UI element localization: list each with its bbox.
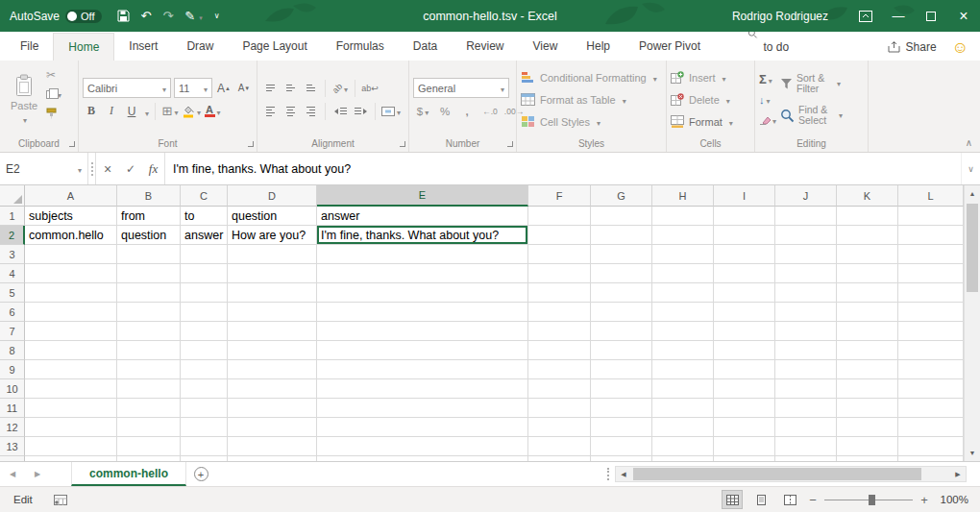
page-layout-view-button[interactable] xyxy=(750,490,772,509)
cell-H7[interactable] xyxy=(652,322,714,341)
increase-decimal-button[interactable]: ←.0 xyxy=(479,102,501,120)
bold-button[interactable]: B xyxy=(83,102,100,120)
cell-K4[interactable] xyxy=(837,264,898,283)
close-button[interactable]: × xyxy=(947,0,980,32)
cell-J4[interactable] xyxy=(775,264,837,283)
column-header-D[interactable]: D xyxy=(228,185,317,207)
row-header-4[interactable]: 4 xyxy=(0,264,25,283)
cell-I5[interactable] xyxy=(714,283,775,303)
cell-A4[interactable] xyxy=(25,264,117,283)
cell-F11[interactable] xyxy=(528,399,591,418)
cell-G1[interactable] xyxy=(591,207,652,226)
cell-K1[interactable] xyxy=(837,207,898,226)
cell-H10[interactable] xyxy=(652,379,714,399)
cell-F7[interactable] xyxy=(528,322,591,341)
zoom-in-button[interactable]: + xyxy=(919,493,929,507)
alignment-dialog-launcher[interactable] xyxy=(400,141,405,147)
cell-L13[interactable] xyxy=(898,437,964,456)
cell-I12[interactable] xyxy=(714,418,775,437)
tab-help[interactable]: Help xyxy=(572,33,625,61)
cell-I3[interactable] xyxy=(714,245,775,264)
cell-J11[interactable] xyxy=(775,399,837,418)
cell-styles-button[interactable]: Cell Styles xyxy=(521,112,662,132)
cell-G7[interactable] xyxy=(591,322,652,341)
cell-J7[interactable] xyxy=(775,322,837,341)
insert-cells-button[interactable]: Insert xyxy=(671,68,750,87)
cell-B11[interactable] xyxy=(117,399,181,418)
cell-L3[interactable] xyxy=(898,245,964,264)
autosave-pill[interactable]: Off xyxy=(65,10,101,23)
copy-button[interactable] xyxy=(46,86,61,102)
cell-J9[interactable] xyxy=(775,360,837,379)
percent-style-button[interactable]: % xyxy=(435,102,454,120)
cell-K12[interactable] xyxy=(837,418,898,437)
column-header-C[interactable]: C xyxy=(181,185,228,207)
cell-K10[interactable] xyxy=(837,379,898,399)
formula-bar-expand-button[interactable]: ∨ xyxy=(961,153,980,184)
cell-C9[interactable] xyxy=(181,360,228,379)
tab-file[interactable]: File xyxy=(6,33,53,61)
save-button[interactable] xyxy=(117,10,130,22)
tab-power-pivot[interactable]: Power Pivot xyxy=(625,33,715,61)
cell-K11[interactable] xyxy=(837,399,898,418)
row-header-3[interactable]: 3 xyxy=(0,245,25,264)
cell-G5[interactable] xyxy=(591,283,652,303)
orientation-button[interactable]: ab xyxy=(331,79,349,97)
cell-G3[interactable] xyxy=(591,245,652,264)
fill-button[interactable]: ↓ xyxy=(759,91,776,109)
top-align-button[interactable] xyxy=(261,79,279,97)
cell-K9[interactable] xyxy=(837,360,898,379)
cell-E13[interactable] xyxy=(317,437,528,456)
cell-J1[interactable] xyxy=(775,207,837,226)
cell-G2[interactable] xyxy=(591,226,652,245)
cell-D11[interactable] xyxy=(228,399,317,418)
column-header-G[interactable]: G xyxy=(591,185,652,207)
tab-view[interactable]: View xyxy=(519,33,573,61)
cell-E5[interactable] xyxy=(317,283,528,303)
cell-L5[interactable] xyxy=(898,283,964,303)
format-cells-button[interactable]: Format xyxy=(671,112,750,132)
increase-indent-button[interactable] xyxy=(352,102,369,120)
accounting-format-button[interactable]: $ xyxy=(413,102,432,120)
cell-A9[interactable] xyxy=(25,360,117,379)
underline-button[interactable]: U xyxy=(123,102,140,120)
cell-I1[interactable] xyxy=(714,207,775,226)
cell-H13[interactable] xyxy=(652,437,714,456)
autosum-button[interactable]: Σ xyxy=(759,71,776,88)
cell-K6[interactable] xyxy=(837,303,898,322)
zoom-out-button[interactable]: − xyxy=(808,493,818,507)
decrease-indent-button[interactable] xyxy=(331,102,349,120)
row-header-6[interactable]: 6 xyxy=(0,303,25,322)
tab-scroll-splitter[interactable] xyxy=(607,462,609,486)
cell-D6[interactable] xyxy=(228,303,317,322)
cell-G6[interactable] xyxy=(591,303,652,322)
scroll-left-button[interactable]: ◀ xyxy=(616,467,631,481)
cell-H12[interactable] xyxy=(652,418,714,437)
fill-color-button[interactable] xyxy=(182,102,201,120)
cell-H2[interactable] xyxy=(652,226,714,245)
minimize-button[interactable]: — xyxy=(882,0,915,32)
cell-F3[interactable] xyxy=(528,245,591,264)
dropdown-icon[interactable] xyxy=(143,103,149,120)
cell-B7[interactable] xyxy=(117,322,181,341)
cell-L8[interactable] xyxy=(898,341,964,360)
page-break-view-button[interactable] xyxy=(779,490,800,509)
cell-B1[interactable]: from xyxy=(117,207,181,226)
font-dialog-launcher[interactable] xyxy=(248,141,254,147)
cell-E2[interactable]: I'm fine, thanks. What about you? xyxy=(317,226,528,245)
cell-L2[interactable] xyxy=(898,226,964,245)
cell-L10[interactable] xyxy=(898,379,964,399)
cell-F2[interactable] xyxy=(528,226,591,245)
italic-button[interactable]: I xyxy=(103,102,120,120)
cell-C7[interactable] xyxy=(181,322,228,341)
cell-L9[interactable] xyxy=(898,360,964,379)
cell-A7[interactable] xyxy=(25,322,117,341)
cell-D4[interactable] xyxy=(228,264,317,283)
cell-J12[interactable] xyxy=(775,418,837,437)
cell-H8[interactable] xyxy=(652,341,714,360)
cell-G9[interactable] xyxy=(591,360,652,379)
sort-filter-button[interactable]: Sort & Filter xyxy=(780,69,843,99)
cell-A13[interactable] xyxy=(25,437,117,456)
cell-D7[interactable] xyxy=(228,322,317,341)
cell-A8[interactable] xyxy=(25,341,117,360)
